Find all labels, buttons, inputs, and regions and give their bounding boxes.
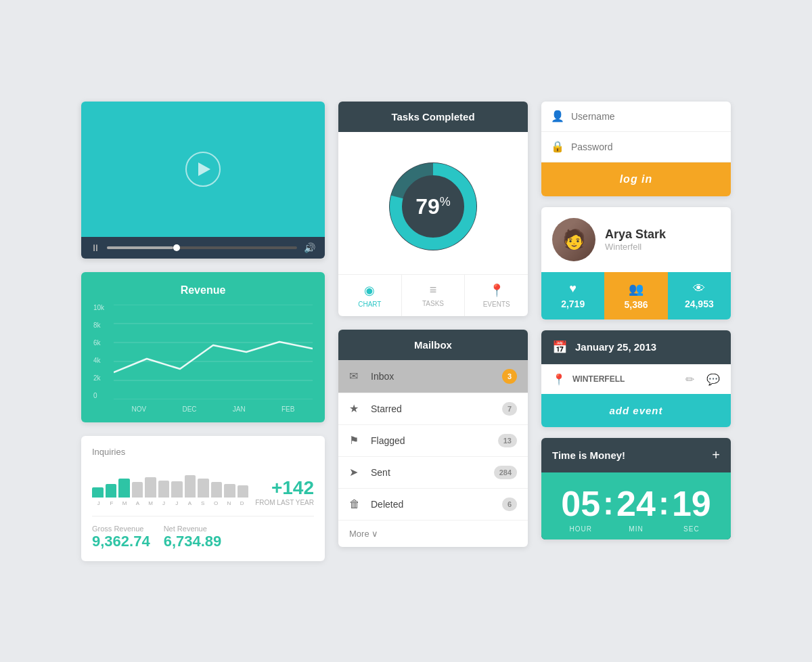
timer-colon-1: :: [603, 487, 614, 520]
donut-chart: 79%: [379, 152, 487, 261]
gross-revenue: Gross Revenue 9,362.74: [92, 525, 150, 550]
sent-icon: ➤: [349, 466, 363, 479]
chart-y-labels: 0 2k 4k 6k 8k 10k: [93, 305, 104, 399]
y-label-4k: 4k: [93, 357, 104, 364]
friends-value: 5,386: [624, 299, 648, 310]
timer-display: 05 HOUR : 24 MIN : 19 SEC: [541, 472, 731, 539]
calendar-card: 📅 January 25, 2013 📍 WINTERFELL ✏ 💬 add …: [541, 330, 731, 427]
calendar-icon: 📅: [552, 340, 567, 355]
mailbox-deleted[interactable]: 🗑 Deleted 6: [338, 489, 528, 521]
bl-o: O: [209, 500, 222, 506]
bar-j3: [171, 481, 183, 498]
y-label-2k: 2k: [93, 375, 104, 382]
inquiries-title: Inquiries: [92, 447, 314, 457]
mailbox-header: Mailbox: [338, 330, 528, 360]
timer-minutes-label: MIN: [629, 525, 643, 533]
calendar-date: January 25, 2013: [575, 341, 656, 353]
add-event-button[interactable]: add event: [541, 394, 731, 427]
mailbox-inbox[interactable]: ✉ Inbox 3: [338, 360, 528, 393]
donut-text: 79%: [415, 194, 451, 219]
timer-hours-label: HOUR: [569, 525, 591, 533]
inbox-badge: 3: [502, 369, 517, 384]
video-player: ⏸ 🔊: [81, 102, 325, 259]
left-column: ⏸ 🔊 Revenue 0 2k 4k 6k 8k 10k: [81, 102, 325, 561]
y-label-0: 0: [93, 393, 104, 399]
timer-seconds-value: 19: [672, 486, 711, 521]
timer-header: Time is Money! +: [541, 438, 731, 472]
bar-a2: [185, 475, 196, 498]
delta-label: FROM LAST YEAR: [255, 499, 314, 506]
starred-badge: 7: [502, 402, 517, 416]
inquiries-bar-chart: [92, 464, 248, 498]
username-input[interactable]: [571, 102, 721, 131]
username-wrap: 👤: [541, 102, 731, 132]
events-tab-icon: 📍: [489, 283, 504, 298]
login-button[interactable]: log in: [541, 162, 731, 196]
bl-j: J: [92, 500, 105, 506]
bl-d: D: [235, 500, 248, 506]
starred-label: Starred: [371, 403, 494, 414]
calendar-header: 📅 January 25, 2013: [541, 330, 731, 364]
sent-badge: 284: [494, 466, 517, 479]
calendar-location-row: 📍 WINTERFELL ✏ 💬: [541, 364, 731, 394]
progress-bar[interactable]: [107, 246, 297, 249]
y-label-10k: 10k: [93, 305, 104, 311]
volume-icon[interactable]: 🔊: [304, 242, 315, 253]
timer-add-icon[interactable]: +: [712, 447, 720, 463]
edit-icon[interactable]: ✏: [685, 373, 694, 386]
donut-percent: 79: [415, 194, 440, 218]
heart-icon: ♥: [569, 282, 577, 296]
bar-a: [132, 482, 143, 498]
timer-hours: 05 HOUR: [561, 486, 600, 533]
bar-s: [198, 479, 209, 498]
timer-title: Time is Money!: [552, 449, 625, 461]
deleted-badge: 6: [502, 498, 517, 511]
mailbox-starred[interactable]: ★ Starred 7: [338, 393, 528, 425]
flagged-icon: ⚑: [349, 434, 363, 447]
stat-views[interactable]: 👁 24,953: [668, 272, 731, 319]
lock-icon: 🔒: [551, 140, 564, 153]
inbox-icon: ✉: [349, 370, 363, 382]
tab-tasks[interactable]: ≡ TASKS: [402, 275, 466, 316]
revenue-footer: Gross Revenue 9,362.74 Net Revenue 6,734…: [92, 516, 314, 550]
profile-top: 🧑 Arya Stark Winterfell: [541, 207, 731, 272]
pause-icon[interactable]: ⏸: [91, 242, 100, 253]
comment-icon[interactable]: 💬: [706, 373, 720, 386]
donut-pct-symbol: %: [440, 194, 451, 208]
bar-j2: [158, 481, 170, 498]
bar-x-labels: J F M A M J J A S O N D: [92, 500, 248, 506]
events-tab-label: EVENTS: [483, 301, 510, 308]
inquiries-row: J F M A M J J A S O N D +142: [92, 464, 314, 506]
likes-value: 2,719: [561, 299, 585, 309]
stat-likes[interactable]: ♥ 2,719: [541, 272, 604, 319]
tasks-tab-icon: ≡: [430, 283, 437, 297]
profile-card: 🧑 Arya Stark Winterfell ♥ 2,719 👥 5,386 …: [541, 207, 731, 319]
bl-j2: J: [157, 500, 170, 506]
revenue-title: Revenue: [93, 284, 313, 296]
play-button[interactable]: [185, 152, 221, 187]
stat-friends[interactable]: 👥 5,386: [604, 272, 667, 319]
password-input[interactable]: [571, 132, 721, 162]
eye-icon: 👁: [693, 282, 705, 296]
bl-n: N: [223, 500, 235, 506]
video-screen: [81, 102, 325, 237]
mailbox-flagged[interactable]: ⚑ Flagged 13: [338, 425, 528, 457]
bl-j3: J: [171, 500, 183, 506]
tasks-card: Tasks Completed 79%: [338, 102, 528, 316]
chart-tab-icon: ◉: [364, 283, 375, 298]
timer-colon-2: :: [658, 487, 669, 520]
tab-chart[interactable]: ◉ CHART: [338, 275, 402, 316]
chart-x-labels: NOV DEC JAN FEB: [114, 405, 313, 413]
tab-events[interactable]: 📍 EVENTS: [465, 275, 528, 316]
revenue-card: Revenue 0 2k 4k 6k 8k 10k: [81, 272, 325, 422]
mailbox-sent[interactable]: ➤ Sent 284: [338, 457, 528, 489]
mailbox-more[interactable]: More ∨: [338, 521, 528, 547]
timer-card: Time is Money! + 05 HOUR : 24 MIN : 19 S…: [541, 438, 731, 539]
progress-dot: [173, 244, 180, 251]
deleted-label: Deleted: [371, 499, 494, 510]
calendar-location: WINTERFELL: [572, 374, 673, 384]
location-pin-icon: 📍: [552, 373, 566, 386]
inquiries-card: Inquiries: [81, 436, 325, 561]
net-revenue-value: 6,734.89: [164, 533, 222, 550]
friends-icon: 👥: [629, 282, 644, 296]
